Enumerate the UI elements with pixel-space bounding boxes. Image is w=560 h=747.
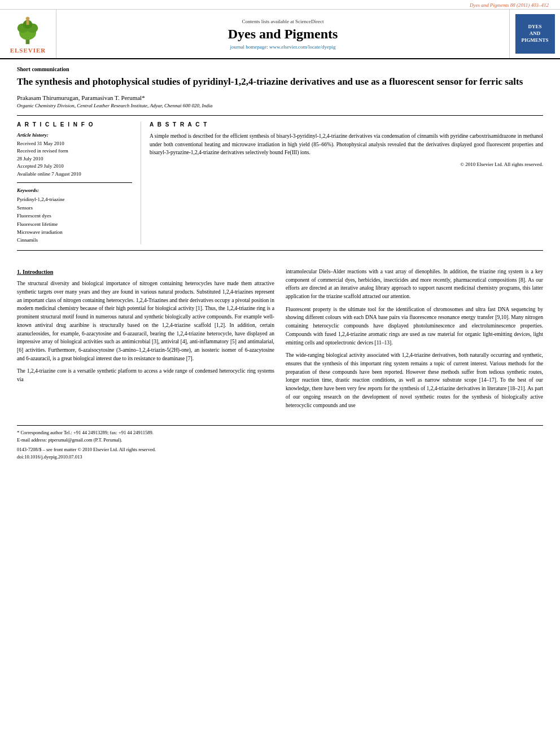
authors: Prakasam Thirumurugan, Paramasivan T. Pe… bbox=[17, 94, 543, 101]
journal-header: ELSEVIER Contents lists available at Sci… bbox=[0, 10, 560, 59]
email-address: E-mail address: ptperumal@gmail.com (P.T… bbox=[17, 436, 543, 444]
elsevier-logo-area: ELSEVIER bbox=[0, 10, 56, 58]
article-type: Short communication bbox=[17, 66, 543, 72]
keyword-3: Fluorescent dyes bbox=[17, 212, 132, 220]
keywords-label: Keywords: bbox=[17, 187, 132, 193]
left-column: 1. Introduction The structural diversity… bbox=[17, 268, 274, 414]
affiliation: Organic Chemistry Division, Central Leat… bbox=[17, 103, 543, 108]
issn-copyright: 0143-7208/$ – see front matter © 2010 El… bbox=[17, 446, 543, 453]
online-date: Available online 7 August 2010 bbox=[17, 171, 132, 178]
svg-point-5 bbox=[26, 16, 30, 20]
footer-issn-area: 0143-7208/$ – see front matter © 2010 El… bbox=[0, 444, 560, 466]
article-info-heading: A R T I C L E I N F O bbox=[17, 121, 132, 128]
info-divider bbox=[17, 182, 132, 183]
intro-paragraph-1: The structural diversity and biological … bbox=[17, 279, 274, 362]
right-column: intramolecular Diels–Alder reactions wit… bbox=[286, 268, 543, 414]
elsevier-logo: ELSEVIER bbox=[10, 15, 46, 54]
dyes-pigments-logo: DYESANDPIGMENTS bbox=[515, 14, 555, 54]
journal-title: Dyes and Pigments bbox=[228, 27, 338, 42]
sciencedirect-link: Contents lists available at ScienceDirec… bbox=[242, 19, 324, 24]
received-date: Received 31 May 2010 bbox=[17, 140, 132, 148]
abstract-column: A B S T R A C T A simple method is descr… bbox=[141, 121, 543, 244]
footnotes-area: * Corresponding author Tel.: +91 44 2491… bbox=[17, 425, 543, 444]
dyes-logo-area: DYESANDPIGMENTS bbox=[509, 10, 560, 58]
svg-rect-6 bbox=[27, 20, 29, 24]
keyword-5: Microwave irradiation bbox=[17, 228, 132, 236]
right-para-2: Fluorescent property is the ultimate too… bbox=[286, 305, 543, 347]
article-info-column: A R T I C L E I N F O Article history: R… bbox=[17, 121, 141, 244]
introduction-heading: 1. Introduction bbox=[17, 268, 274, 277]
journal-reference-bar: Dyes and Pigments 88 (2011) 403–412 bbox=[0, 0, 560, 10]
revised-label: Received in revised form bbox=[17, 147, 132, 155]
article-title: The synthesis and photophysical studies … bbox=[17, 76, 543, 89]
journal-reference: Dyes and Pigments 88 (2011) 403–412 bbox=[470, 2, 549, 8]
article-header-section: Short communication The synthesis and ph… bbox=[0, 59, 560, 268]
history-label: Article history: bbox=[17, 132, 132, 138]
keyword-1: Pyridinyl-1,2,4-triazine bbox=[17, 195, 132, 203]
abstract-heading: A B S T R A C T bbox=[150, 121, 543, 128]
elsevier-label: ELSEVIER bbox=[10, 47, 46, 54]
right-para-1: intramolecular Diels–Alder reactions wit… bbox=[286, 268, 543, 301]
main-content-columns: 1. Introduction The structural diversity… bbox=[0, 268, 560, 426]
right-para-3: The wide-ranging biological activity ass… bbox=[286, 351, 543, 409]
doi: doi:10.1016/j.dyepig.2010.07.013 bbox=[17, 453, 543, 461]
journal-homepage: journal homepage: www.elsevier.com/locat… bbox=[230, 44, 336, 50]
keyword-6: Cinnamils bbox=[17, 236, 132, 244]
corresponding-author: * Corresponding author Tel.: +91 44 2491… bbox=[17, 429, 543, 436]
keyword-4: Fluorescent lifetime bbox=[17, 220, 132, 228]
intro-para2-text: The 1,2,4-triazine core is a versatile s… bbox=[17, 368, 274, 382]
accepted-date: Accepted 29 July 2010 bbox=[17, 163, 132, 171]
revised-date: 28 July 2010 bbox=[17, 155, 132, 163]
intro-paragraph-2: The 1,2,4-triazine core is a versatile s… bbox=[17, 367, 274, 383]
elsevier-tree-icon bbox=[14, 15, 42, 46]
copyright: © 2010 Elsevier Ltd. All rights reserved… bbox=[150, 161, 543, 167]
page: Dyes and Pigments 88 (2011) 403–412 ELSE… bbox=[0, 0, 560, 466]
article-info-abstract-section: A R T I C L E I N F O Article history: R… bbox=[17, 115, 543, 251]
abstract-text: A simple method is described for the eff… bbox=[150, 132, 543, 157]
keyword-2: Sensors bbox=[17, 204, 132, 212]
dyes-logo-text: DYESANDPIGMENTS bbox=[521, 24, 548, 43]
journal-title-area: Contents lists available at ScienceDirec… bbox=[56, 10, 509, 58]
